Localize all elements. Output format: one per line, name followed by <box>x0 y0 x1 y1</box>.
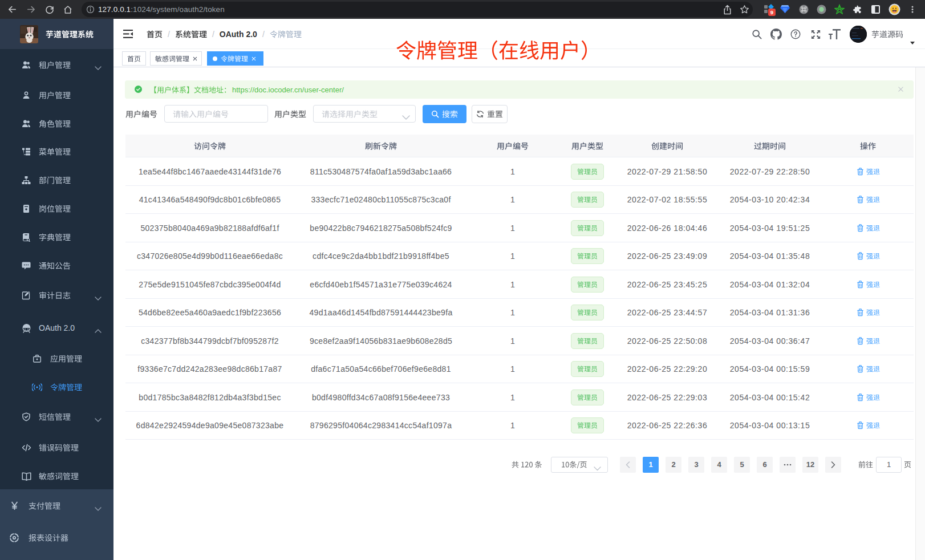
svg-text:9: 9 <box>770 9 773 15</box>
